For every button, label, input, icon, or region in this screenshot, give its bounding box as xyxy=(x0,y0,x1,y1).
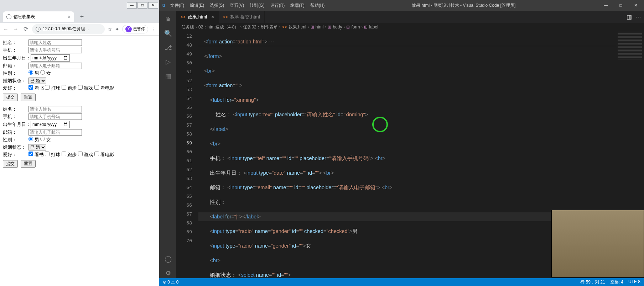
browser-min-button[interactable]: — xyxy=(127,2,137,9)
hobby-game-checkbox[interactable]: 游戏 xyxy=(78,85,93,91)
label-email: 邮箱： xyxy=(3,63,28,69)
hobby-movie-checkbox[interactable]: 看电影 xyxy=(94,85,114,91)
status-encoding[interactable]: UTF-8 xyxy=(628,279,640,285)
back-button[interactable]: ← xyxy=(2,26,9,32)
label-gender: 性别： xyxy=(3,70,28,76)
breadcrumbs[interactable]: 任务组› 02：html速成（4-8）› 任务02：制作表单› <> 效果.ht… xyxy=(176,23,644,31)
gender-female-radio-2[interactable]: 女 xyxy=(40,137,51,143)
menu-view[interactable]: 查看(V) xyxy=(228,2,246,9)
address-text: 127.0.0.1:5500/任务组... xyxy=(43,26,101,32)
tab-close-icon[interactable]: × xyxy=(68,14,71,20)
phone-input-2[interactable] xyxy=(28,113,82,120)
vscode-menubar: 文件(F) 编辑(E) 选择(S) 查看(V) 转到(G) 运行(R) 终端(T… xyxy=(168,2,327,9)
run-debug-icon[interactable]: ▷ xyxy=(163,57,173,67)
profile-badge[interactable]: Y 已暂停 xyxy=(122,25,148,33)
browser-toolbar: ← → ⟳ i 127.0.0.1:5500/任务组... ☆ ✦ Y 已暂停 … xyxy=(0,23,159,36)
forward-button[interactable]: → xyxy=(12,26,19,32)
site-info-icon[interactable]: i xyxy=(36,27,41,32)
menu-goto[interactable]: 转到(G) xyxy=(248,2,266,9)
editor-tabbar: <> 效果.html × <> 教学·提交.html ▥ ⋯ xyxy=(176,11,644,23)
settings-gear-icon[interactable]: ⚙ xyxy=(163,268,173,278)
extensions-icon[interactable]: ✦ xyxy=(115,26,119,32)
vscode-max-button[interactable]: □ xyxy=(616,3,626,8)
editor-tab-inactive[interactable]: <> 教学·提交.html xyxy=(219,11,265,23)
hobby-running-checkbox[interactable]: 跑步 xyxy=(62,85,77,91)
phone-input[interactable] xyxy=(28,47,82,53)
status-bar: ⊗ 0 ⚠ 0 行 59，列 21 空格: 4 UTF-8 xyxy=(159,278,644,286)
gender-male-radio-2[interactable]: 男 xyxy=(28,137,39,143)
hobby-ball-checkbox[interactable]: 打球 xyxy=(45,85,60,91)
editor-tab-active[interactable]: <> 效果.html × xyxy=(176,11,219,23)
tab-title: 信息收集表 xyxy=(14,14,66,20)
vscode-logo-icon: ⧉ xyxy=(162,3,165,8)
gender-male-radio[interactable]: 男 xyxy=(28,70,39,76)
profile-status: 已暂停 xyxy=(133,26,145,32)
browser-menu-button[interactable]: ⋮ xyxy=(151,26,157,32)
menu-edit[interactable]: 编辑(E) xyxy=(188,2,206,9)
menu-help[interactable]: 帮助(H) xyxy=(308,2,327,9)
webcam-overlay xyxy=(551,210,644,277)
status-position[interactable]: 行 59，列 21 xyxy=(580,279,605,285)
email-input[interactable] xyxy=(28,63,82,69)
label-dob: 出生年月日： xyxy=(3,55,31,61)
extensions-view-icon[interactable]: ▦ xyxy=(163,71,173,81)
explorer-icon[interactable]: 🗎 xyxy=(163,14,173,24)
account-icon[interactable]: ◯ xyxy=(163,254,173,264)
hobby-reading-checkbox[interactable]: 看书 xyxy=(28,85,44,91)
tab-close-icon[interactable]: × xyxy=(211,14,214,20)
split-editor-icon[interactable]: ▥ xyxy=(627,14,632,20)
search-icon[interactable]: 🔍 xyxy=(163,28,173,38)
vscode-titlebar: ⧉ 文件(F) 编辑(E) 选择(S) 查看(V) 转到(G) 运行(R) 终端… xyxy=(159,0,644,11)
avatar-icon: Y xyxy=(125,26,132,32)
html-file-icon: <> xyxy=(223,15,228,20)
label-phone: 手机： xyxy=(3,47,28,53)
vscode-close-button[interactable]: ✕ xyxy=(630,3,641,8)
reload-button[interactable]: ⟳ xyxy=(22,26,29,32)
source-control-icon[interactable]: ⎇ xyxy=(163,43,173,53)
marital-select-2[interactable]: 已 婚 xyxy=(28,144,46,150)
email-input-2[interactable] xyxy=(28,129,82,136)
browser-window: — □ ✕ 信息收集表 × + ← → ⟳ i 127.0.0.1:5500/任… xyxy=(0,0,159,286)
html-file-icon: <> xyxy=(181,15,186,20)
gender-female-radio[interactable]: 女 xyxy=(40,70,51,76)
browser-titlebar: — □ ✕ xyxy=(0,0,159,11)
menu-run[interactable]: 运行(R) xyxy=(268,2,287,9)
name-input-2[interactable] xyxy=(28,106,82,112)
menu-select[interactable]: 选择(S) xyxy=(208,2,226,9)
more-actions-icon[interactable]: ⋯ xyxy=(635,14,641,20)
bookmark-icon[interactable]: ☆ xyxy=(108,26,112,32)
reset-button[interactable]: 重置 xyxy=(21,94,36,101)
address-bar[interactable]: i 127.0.0.1:5500/任务组... xyxy=(32,24,105,34)
vscode-window-title: 效果.html - 网页设计技术 - Visual Studio Code [管… xyxy=(327,2,601,9)
submit-button[interactable]: 提交 xyxy=(3,94,18,101)
form-2: 姓名： 手机： 出生年月日： 邮箱： 性别： 男 女 婚姻状态：已 婚 爱好： … xyxy=(3,106,156,168)
name-input[interactable] xyxy=(28,39,82,46)
globe-icon xyxy=(6,14,11,19)
browser-tab-active[interactable]: 信息收集表 × xyxy=(3,11,74,22)
page-content: 姓名： 手机： 出生年月日： 邮箱： 性别： 男 女 婚姻状态：已 婚 爱好： … xyxy=(0,36,159,175)
browser-tabstrip: 信息收集表 × + xyxy=(0,11,159,23)
dob-input[interactable] xyxy=(31,54,70,62)
menu-file[interactable]: 文件(F) xyxy=(168,2,186,9)
tab-filename: 教学·提交.html xyxy=(230,14,260,20)
label-marital: 婚姻状态： xyxy=(3,78,28,84)
status-errors[interactable]: ⊗ 0 ⚠ 0 xyxy=(163,280,178,285)
label-name: 姓名： xyxy=(3,39,28,46)
browser-close-button[interactable]: ✕ xyxy=(148,2,158,9)
marital-select[interactable]: 已 婚 xyxy=(28,78,46,84)
form-1: 姓名： 手机： 出生年月日： 邮箱： 性别： 男 女 婚姻状态：已 婚 爱好： … xyxy=(3,39,156,101)
reset-button-2[interactable]: 重置 xyxy=(21,160,36,168)
new-tab-button[interactable]: + xyxy=(78,12,86,21)
submit-button-2[interactable]: 提交 xyxy=(3,160,18,168)
label-hobby: 爱好： xyxy=(3,85,28,91)
status-spaces[interactable]: 空格: 4 xyxy=(610,279,623,285)
activity-bar: 🗎 🔍 ⎇ ▷ ▦ ◯ ⚙ xyxy=(159,11,176,278)
menu-terminal[interactable]: 终端(T) xyxy=(288,2,306,9)
dob-input-2[interactable] xyxy=(31,121,70,128)
browser-max-button[interactable]: □ xyxy=(137,2,147,9)
vscode-min-button[interactable]: — xyxy=(601,3,611,8)
tab-filename: 效果.html xyxy=(188,14,207,20)
line-number-gutter: 12 48 49 50 51 52 53 54 55 56 57 58 59 6… xyxy=(176,31,198,278)
